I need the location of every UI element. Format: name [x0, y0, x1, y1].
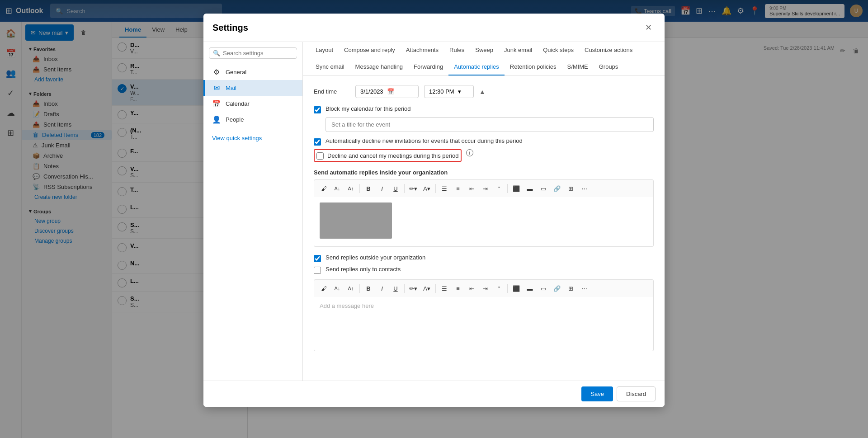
dialog-footer: Save Discard [203, 381, 665, 407]
decline-cancel-highlight: Decline and cancel my meetings during th… [314, 149, 462, 162]
settings-overlay: Settings ✕ 🔍 ⚙ General ✉ Mail [0, 0, 868, 438]
end-date-input[interactable]: 3/1/2023 📅 [355, 85, 419, 98]
rich-toolbar-outside: 🖌 A↓ A↑ B I U ✏▾ A▾ ☰ ≡ [314, 279, 654, 297]
link-btn[interactable]: 🔗 [551, 183, 563, 194]
subnav-groups[interactable]: Groups [594, 59, 624, 75]
view-quick-settings-link[interactable]: View quick settings [203, 131, 302, 145]
highlight-btn[interactable]: ✏▾ [407, 183, 419, 194]
decline-cancel-checkbox[interactable] [316, 152, 324, 160]
format-btn[interactable]: 🖌 [318, 183, 330, 194]
subnav-customize[interactable]: Customize actions [579, 42, 638, 59]
block-calendar-row: Block my calendar for this period [314, 105, 654, 113]
subnav-attachments[interactable]: Attachments [401, 42, 444, 59]
sep3 [435, 284, 436, 293]
align-center-btn[interactable]: ▬ [524, 183, 536, 194]
settings-header: Settings ✕ [203, 14, 665, 42]
bullets-btn2[interactable]: ☰ [439, 283, 450, 294]
settings-nav-mail[interactable]: ✉ Mail [203, 80, 302, 96]
align-left-btn[interactable]: ⬛ [510, 183, 522, 194]
rich-text-outside[interactable]: Add a message here [314, 297, 654, 351]
numbers-btn2[interactable]: ≡ [452, 283, 464, 294]
settings-nav-general[interactable]: ⚙ General [203, 64, 302, 80]
font-size-down-btn2[interactable]: A↓ [331, 283, 343, 294]
link-btn2[interactable]: 🔗 [551, 283, 563, 294]
separator [359, 184, 360, 193]
send-outside-checkbox[interactable] [314, 255, 321, 262]
quote-btn[interactable]: " [493, 183, 505, 194]
event-title-container [326, 117, 654, 132]
italic-btn[interactable]: I [376, 183, 388, 194]
more-btn2[interactable]: ⋯ [578, 283, 590, 294]
subnav-layout[interactable]: Layout [310, 42, 339, 59]
mail-subnav: Layout Compose and reply Attachments Rul… [303, 42, 665, 76]
bold-btn[interactable]: B [363, 183, 374, 194]
settings-nav-people[interactable]: 👤 People [203, 112, 302, 127]
auto-decline-label: Automatically decline new invitations fo… [326, 137, 523, 144]
subnav-junk[interactable]: Junk email [499, 42, 538, 59]
mail-nav-icon: ✉ [212, 84, 221, 92]
table-btn2[interactable]: ⊞ [565, 283, 576, 294]
subnav-message-handling[interactable]: Message handling [350, 59, 409, 75]
block-calendar-checkbox[interactable] [314, 106, 321, 113]
font-color-btn[interactable]: A▾ [421, 183, 433, 194]
info-icon[interactable]: i [466, 149, 473, 156]
indent-out-btn2[interactable]: ⇤ [466, 283, 477, 294]
subnav-sweep[interactable]: Sweep [470, 42, 499, 59]
subnav-rules[interactable]: Rules [444, 42, 470, 59]
format-btn2[interactable]: 🖌 [318, 283, 330, 294]
italic-btn2[interactable]: I [376, 283, 388, 294]
contacts-only-checkbox[interactable] [314, 267, 321, 274]
settings-search-container[interactable]: 🔍 [209, 47, 297, 59]
subnav-auto-replies[interactable]: Automatic replies [448, 59, 505, 75]
font-color-btn2[interactable]: A▾ [421, 283, 433, 294]
discard-button[interactable]: Discard [617, 386, 656, 401]
rich-text-inside[interactable] [314, 197, 654, 247]
align-right-btn2[interactable]: ▭ [538, 283, 549, 294]
highlight-btn2[interactable]: ✏▾ [407, 283, 419, 294]
settings-dialog: Settings ✕ 🔍 ⚙ General ✉ Mail [203, 14, 665, 407]
indent-in-btn2[interactable]: ⇥ [479, 283, 491, 294]
subnav-compose-reply[interactable]: Compose and reply [339, 42, 401, 59]
subnav-retention[interactable]: Retention policies [505, 59, 562, 75]
end-time-select[interactable]: 12:30 PM ▾ [424, 85, 474, 98]
decline-cancel-row: Decline and cancel my meetings during th… [314, 149, 654, 162]
numbers-btn[interactable]: ≡ [452, 183, 464, 194]
align-center-btn2[interactable]: ▬ [524, 283, 536, 294]
settings-search-input[interactable] [223, 50, 299, 57]
subnav-quick-steps[interactable]: Quick steps [538, 42, 579, 59]
bullets-btn[interactable]: ☰ [439, 183, 450, 194]
underline-btn2[interactable]: U [390, 283, 401, 294]
font-size-up-btn[interactable]: A↑ [345, 183, 357, 194]
search-icon: 🔍 [213, 50, 220, 57]
contacts-only-row: Send replies only to contacts [314, 266, 654, 274]
event-title-input[interactable] [326, 117, 654, 132]
block-calendar-label: Block my calendar for this period [326, 105, 411, 112]
save-button[interactable]: Save [581, 386, 613, 401]
settings-body: 🔍 ⚙ General ✉ Mail 📅 Calendar 👤 P [203, 42, 665, 381]
more-btn[interactable]: ⋯ [578, 183, 590, 194]
font-size-up-btn2[interactable]: A↑ [345, 283, 357, 294]
quote-btn2[interactable]: " [493, 283, 505, 294]
subnav-sync[interactable]: Sync email [310, 59, 350, 75]
indent-out-btn[interactable]: ⇤ [466, 183, 477, 194]
calendar-nav-icon: 📅 [212, 99, 221, 108]
indent-in-btn[interactable]: ⇥ [479, 183, 491, 194]
content-image [320, 203, 392, 239]
settings-content: Layout Compose and reply Attachments Rul… [303, 42, 665, 381]
scroll-up-btn[interactable]: ▲ [479, 88, 486, 95]
align-left-btn2[interactable]: ⬛ [510, 283, 522, 294]
subnav-forwarding[interactable]: Forwarding [408, 59, 448, 75]
underline-btn[interactable]: U [390, 183, 401, 194]
font-size-down-btn[interactable]: A↓ [331, 183, 343, 194]
separator4 [507, 184, 508, 193]
settings-nav-calendar[interactable]: 📅 Calendar [203, 96, 302, 112]
table-btn[interactable]: ⊞ [565, 183, 576, 194]
bold-btn2[interactable]: B [363, 283, 374, 294]
align-right-btn[interactable]: ▭ [538, 183, 549, 194]
calendar-icon: 📅 [387, 88, 394, 95]
send-outside-label: Send replies outside your organization [326, 254, 425, 261]
settings-close-button[interactable]: ✕ [642, 21, 656, 34]
subnav-smime[interactable]: S/MIME [561, 59, 593, 75]
auto-decline-row: Automatically decline new invitations fo… [314, 137, 654, 146]
auto-decline-checkbox[interactable] [314, 138, 321, 146]
